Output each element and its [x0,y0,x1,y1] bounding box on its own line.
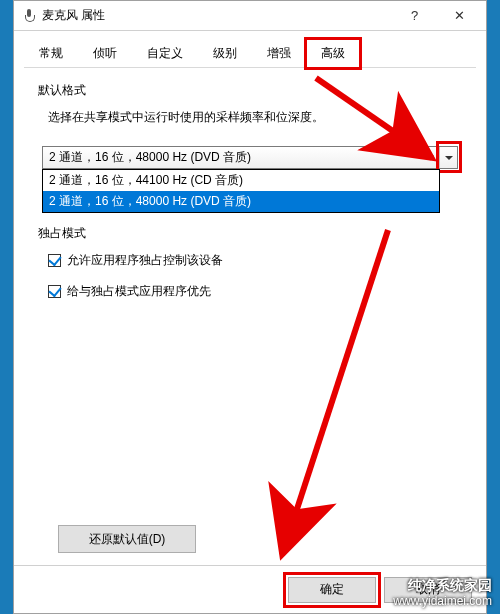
default-format-desc: 选择在共享模式中运行时使用的采样频率和位深度。 [48,109,466,126]
priority-label: 给与独占模式应用程序优先 [67,283,211,300]
priority-checkbox[interactable] [48,285,61,298]
tab-listen[interactable]: 侦听 [78,39,132,68]
ok-button[interactable]: 确定 [288,577,376,603]
format-dropdown-value: 2 通道，16 位，48000 Hz (DVD 音质) [49,149,251,166]
restore-defaults-button[interactable]: 还原默认值(D) [58,525,196,553]
allow-exclusive-row[interactable]: 允许应用程序独占控制该设备 [48,252,466,269]
microphone-icon [22,9,36,23]
help-button[interactable]: ? [392,1,437,30]
tab-enhancements[interactable]: 增强 [252,39,306,68]
close-button[interactable]: ✕ [437,1,482,30]
chevron-down-icon[interactable] [439,147,457,168]
watermark-title: 纯净系统家园 [393,576,492,594]
titlebar: 麦克风 属性 ? ✕ [14,1,486,31]
format-dropdown-list: 2 通道，16 位，44100 Hz (CD 音质) 2 通道，16 位，480… [42,169,440,213]
properties-dialog: 麦克风 属性 ? ✕ 常规 侦听 自定义 级别 增强 高级 默认格式 选择在共享… [13,0,487,614]
watermark-url: www.yidaimei.com [393,594,492,610]
tab-content: 默认格式 选择在共享模式中运行时使用的采样频率和位深度。 2 通道，16 位，4… [14,68,486,565]
default-format-label: 默认格式 [34,82,90,99]
default-format-group: 默认格式 选择在共享模式中运行时使用的采样频率和位深度。 2 通道，16 位，4… [34,82,466,169]
priority-row[interactable]: 给与独占模式应用程序优先 [48,283,466,300]
tab-advanced[interactable]: 高级 [306,39,360,68]
watermark: 纯净系统家园 www.yidaimei.com [393,576,492,610]
tabbar: 常规 侦听 自定义 级别 增强 高级 [14,31,486,68]
format-dropdown-wrap: 2 通道，16 位，48000 Hz (DVD 音质) 2 通道，16 位，44… [42,146,458,169]
format-option-cd[interactable]: 2 通道，16 位，44100 Hz (CD 音质) [43,170,439,191]
format-option-dvd[interactable]: 2 通道，16 位，48000 Hz (DVD 音质) [43,191,439,212]
window-title: 麦克风 属性 [42,7,105,24]
exclusive-mode-label: 独占模式 [34,225,90,242]
exclusive-mode-group: 独占模式 允许应用程序独占控制该设备 给与独占模式应用程序优先 [34,225,466,300]
tab-custom[interactable]: 自定义 [132,39,198,68]
format-dropdown[interactable]: 2 通道，16 位，48000 Hz (DVD 音质) [42,146,458,169]
tab-general[interactable]: 常规 [24,39,78,68]
tab-levels[interactable]: 级别 [198,39,252,68]
allow-exclusive-label: 允许应用程序独占控制该设备 [67,252,223,269]
allow-exclusive-checkbox[interactable] [48,254,61,267]
